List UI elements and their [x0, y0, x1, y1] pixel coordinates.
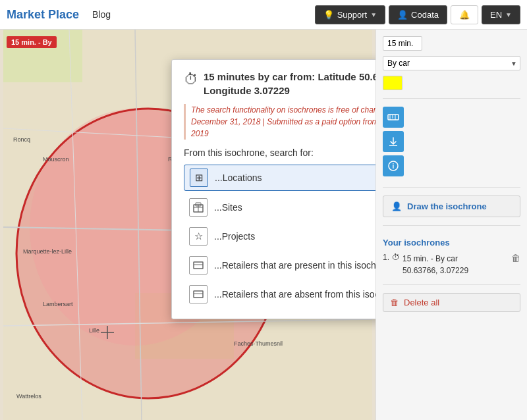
clock-icon: ⏱: [184, 71, 198, 88]
svg-text:Faches-Thumesnil: Faches-Thumesnil: [234, 340, 283, 347]
divider-3: [383, 225, 520, 226]
sites-icon: [189, 198, 208, 217]
transport-select[interactable]: By car Walking By bike: [383, 56, 520, 70]
chevron-down-icon: ▼: [370, 11, 377, 18]
user-button[interactable]: 👤 Codata: [389, 5, 447, 24]
divider-2: [383, 187, 520, 188]
svg-text:Lille: Lille: [89, 327, 99, 334]
measure-icon-btn[interactable]: [383, 107, 404, 128]
svg-text:Wattrelos: Wattrelos: [16, 393, 42, 400]
download-icon-btn[interactable]: [383, 131, 404, 152]
isochrone-list-item-1: 1. ⏱ 15 min. - By car 50.63766, 3.07229 …: [383, 253, 520, 276]
support-button[interactable]: 💡 Support ▼: [315, 5, 385, 24]
trash-icon: 🗑: [390, 298, 399, 307]
divider-1: [383, 98, 520, 99]
time-row: [383, 36, 520, 51]
header: Market Place Blog 💡 Support ▼ 👤 Codata 🔔…: [0, 0, 527, 30]
bell-icon: 🔔: [459, 10, 470, 20]
isochrone-item-time: 15 min. - By car: [402, 253, 509, 265]
popup-title: 15 minutes by car from: Latitude 50.6376…: [204, 70, 375, 97]
main-nav: Blog: [92, 9, 121, 20]
option-projects-label: ...Projects: [214, 231, 255, 242]
isochrone-popup: × ⏱ 15 minutes by car from: Latitude 50.…: [171, 59, 375, 319]
popup-header: ⏱ 15 minutes by car from: Latitude 50.63…: [184, 70, 375, 97]
isochrone-item-text: 15 min. - By car 50.63766, 3.07229: [402, 253, 509, 276]
main-content: Roncq Mouscron Marquette-lez-Lille Lambe…: [0, 30, 527, 420]
divider-4: [383, 284, 520, 285]
your-isochrones-title: Your isochrones: [383, 238, 520, 248]
header-right: 💡 Support ▼ 👤 Codata 🔔 EN ▼: [315, 5, 520, 24]
toolbar-row-1: [383, 107, 520, 128]
svg-text:Roncq: Roncq: [13, 136, 30, 143]
color-picker[interactable]: [383, 76, 402, 90]
svg-rect-32: [388, 115, 399, 120]
svg-rect-30: [194, 291, 203, 298]
locations-icon: ⊞: [190, 169, 208, 187]
svg-text:i: i: [393, 163, 395, 170]
draw-isochrone-button[interactable]: 👤 Draw the isochrone: [383, 196, 520, 217]
popup-options-list: ⊞ ...Locations ...Sites: [184, 165, 375, 307]
option-retailers-present-label: ...Retailers that are present in this is…: [214, 260, 375, 271]
user-icon: 👤: [397, 10, 408, 20]
svg-text:Lambersart: Lambersart: [43, 301, 73, 307]
option-retailers-absent[interactable]: ...Retailers that are absent from this i…: [184, 282, 375, 307]
svg-rect-28: [194, 262, 203, 269]
svg-text:Mouscron: Mouscron: [43, 156, 69, 163]
toolbar-row-3: i: [383, 155, 520, 176]
transport-select-wrap: By car Walking By bike ▼: [383, 56, 520, 70]
isochrone-map-badge: 15 min. - By: [7, 36, 57, 48]
delete-isochrone-icon[interactable]: 🗑: [511, 253, 520, 263]
notifications-button[interactable]: 🔔: [451, 5, 478, 24]
map-area[interactable]: Roncq Mouscron Marquette-lez-Lille Lambe…: [0, 30, 375, 420]
right-sidebar: By car Walking By bike ▼: [375, 30, 527, 420]
delete-all-button[interactable]: 🗑 Delete all: [383, 293, 520, 312]
chevron-down-icon: ▼: [505, 11, 512, 18]
option-projects[interactable]: ☆ ...Projects: [184, 224, 375, 249]
option-locations[interactable]: ⊞ ...Locations: [184, 165, 375, 191]
lang-button[interactable]: EN ▼: [482, 5, 520, 24]
option-sites-label: ...Sites: [214, 202, 242, 213]
option-retailers-present[interactable]: ...Retailers that are present in this is…: [184, 253, 375, 278]
draw-icon: 👤: [391, 201, 402, 211]
transport-row: By car Walking By bike ▼: [383, 56, 520, 70]
option-retailers-absent-label: ...Retailers that are absent from this i…: [214, 289, 375, 300]
logo[interactable]: Market Place: [7, 8, 79, 22]
toolbar: i: [383, 107, 520, 176]
option-sites[interactable]: ...Sites: [184, 195, 375, 220]
clock-icon-small: ⏱: [392, 253, 400, 262]
retailers-absent-icon: [189, 285, 208, 303]
isochrone-item-number: 1.: [383, 253, 389, 262]
color-row: [383, 76, 520, 90]
isochrone-item-coords: 50.63766, 3.07229: [402, 265, 509, 276]
toolbar-row-2: [383, 131, 520, 152]
info-icon-btn[interactable]: i: [383, 155, 404, 176]
retailers-present-icon: [189, 256, 208, 275]
projects-icon: ☆: [189, 227, 208, 246]
svg-text:Marquette-lez-Lille: Marquette-lez-Lille: [23, 248, 72, 255]
blog-link[interactable]: Blog: [92, 9, 111, 20]
popup-search-label: From this isochrone, search for:: [184, 147, 375, 158]
bulb-icon: 💡: [323, 10, 334, 20]
option-locations-label: ...Locations: [215, 172, 262, 183]
time-input[interactable]: [383, 36, 422, 51]
popup-note: The search functionality on isochrones i…: [184, 104, 375, 140]
